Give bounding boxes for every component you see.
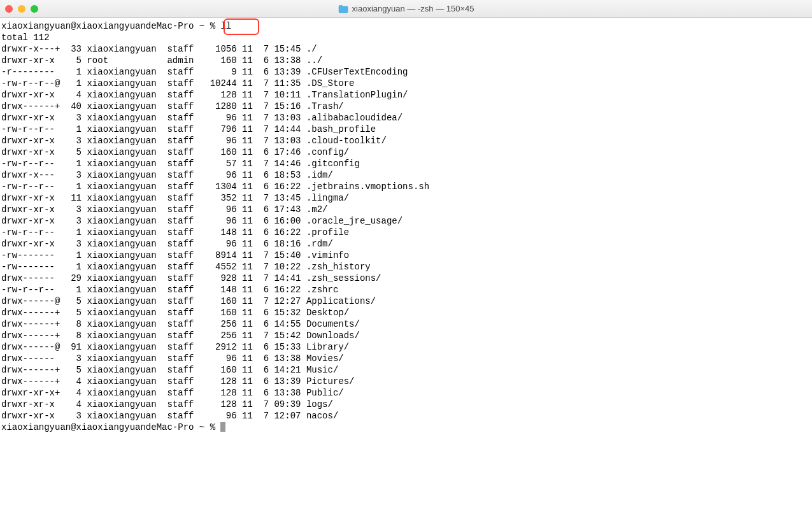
listing-row: -rw------- 1 xiaoxiangyuan staff 8914 11… [1,250,812,261]
listing-row: -rw------- 1 xiaoxiangyuan staff 4552 11… [1,261,812,273]
listing-row: drwxr-xr-x 5 xiaoxiangyuan staff 160 11 … [1,146,812,158]
listing-row: drwxr-xr-x 3 xiaoxiangyuan staff 96 11 6… [1,215,812,227]
listing-row: drwx------@ 5 xiaoxiangyuan staff 160 11… [1,295,812,307]
listing-row: drwx------@ 91 xiaoxiangyuan staff 2912 … [1,341,812,353]
listing-row: drwxr-x---+ 33 xiaoxiangyuan staff 1056 … [1,43,812,55]
listing-row: drwxr-xr-x+ 4 xiaoxiangyuan staff 128 11… [1,387,812,399]
listing-row: drwx------+ 5 xiaoxiangyuan staff 160 11… [1,307,812,318]
listing-row: -r-------- 1 xiaoxiangyuan staff 9 11 6 … [1,66,812,78]
folder-icon [338,4,348,13]
listing-row: drwxr-x--- 3 xiaoxiangyuan staff 96 11 6… [1,169,812,181]
listing-row: drwxr-xr-x 4 xiaoxiangyuan staff 128 11 … [1,89,812,101]
traffic-lights [5,5,38,13]
listing-row: drwx------+ 4 xiaoxiangyuan staff 128 11… [1,376,812,387]
window-titlebar: xiaoxiangyuan — -zsh — 150×45 [0,0,812,18]
listing-row: drwxr-xr-x 3 xiaoxiangyuan staff 96 11 7… [1,135,812,146]
listing-row: drwx------+ 8 xiaoxiangyuan staff 256 11… [1,318,812,330]
listing-row: drwxr-xr-x 3 xiaoxiangyuan staff 96 11 6… [1,238,812,250]
prompt-line: xiaoxiangyuan@xiaoxiangyuandeMac-Pro ~ % [1,422,812,433]
listing-row: -rw-r--r-- 1 xiaoxiangyuan staff 148 11 … [1,227,812,238]
cursor [220,422,225,432]
listing-row: drwxr-xr-x 3 xiaoxiangyuan staff 96 11 7… [1,410,812,422]
listing-row: drwx------+ 40 xiaoxiangyuan staff 1280 … [1,101,812,112]
listing-row: -rw-r--r-- 1 xiaoxiangyuan staff 57 11 7… [1,158,812,169]
total-line: total 112 [1,32,812,43]
listing-row: drwx------ 3 xiaoxiangyuan staff 96 11 6… [1,353,812,364]
listing-row: drwx------+ 5 xiaoxiangyuan staff 160 11… [1,364,812,376]
window-title: xiaoxiangyuan — -zsh — 150×45 [352,4,474,13]
minimize-button[interactable] [18,5,25,13]
listing-row: -rw-r--r-- 1 xiaoxiangyuan staff 1304 11… [1,181,812,192]
listing-row: -rw-r--r-- 1 xiaoxiangyuan staff 148 11 … [1,284,812,295]
window-title-container: xiaoxiangyuan — -zsh — 150×45 [338,4,474,13]
listing-row: drwxr-xr-x 4 xiaoxiangyuan staff 128 11 … [1,399,812,410]
listing-row: drwxr-xr-x 5 root admin 160 11 6 13:38 .… [1,55,812,66]
terminal-output[interactable]: xiaoxiangyuan@xiaoxiangyuandeMac-Pro ~ %… [0,18,812,433]
listing-row: -rw-r--r--@ 1 xiaoxiangyuan staff 10244 … [1,78,812,89]
maximize-button[interactable] [31,5,38,13]
listing-row: drwx------+ 8 xiaoxiangyuan staff 256 11… [1,330,812,341]
listing-row: -rw-r--r-- 1 xiaoxiangyuan staff 796 11 … [1,124,812,135]
close-button[interactable] [5,5,13,13]
listing-row: drwx------ 29 xiaoxiangyuan staff 928 11… [1,273,812,284]
listing-row: drwxr-xr-x 3 xiaoxiangyuan staff 96 11 7… [1,112,812,124]
listing-row: drwxr-xr-x 11 xiaoxiangyuan staff 352 11… [1,192,812,204]
prompt-line: xiaoxiangyuan@xiaoxiangyuandeMac-Pro ~ %… [1,20,812,32]
listing-row: drwxr-xr-x 3 xiaoxiangyuan staff 96 11 6… [1,204,812,215]
